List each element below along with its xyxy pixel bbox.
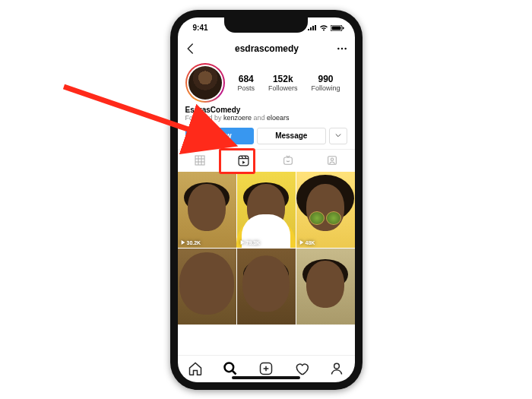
svg-point-4 bbox=[338, 47, 340, 49]
nav-home-icon[interactable] bbox=[188, 361, 203, 376]
nav-profile-icon[interactable] bbox=[329, 361, 344, 376]
reel-thumbnail[interactable] bbox=[178, 249, 236, 325]
stat-following[interactable]: 990 Following bbox=[311, 74, 340, 92]
phone-frame: 9:41 esdrascomedy 684 Posts 15 bbox=[170, 10, 363, 390]
display-name: EsdrasComedy bbox=[185, 106, 347, 114]
follow-button[interactable]: Follow bbox=[185, 128, 255, 144]
tab-igtv[interactable] bbox=[266, 150, 310, 172]
nav-newpost-icon[interactable] bbox=[258, 361, 274, 376]
avatar-story-ring[interactable] bbox=[185, 63, 225, 103]
reels-grid: 30.2K 79.3K 48K bbox=[178, 172, 355, 355]
wifi-icon bbox=[319, 25, 328, 31]
nav-activity-icon[interactable] bbox=[294, 361, 309, 376]
action-row: Follow Message bbox=[178, 123, 355, 149]
header-username: esdrascomedy bbox=[235, 43, 299, 54]
reel-thumbnail[interactable]: 79.3K bbox=[237, 172, 296, 248]
profile-stats-row: 684 Posts 152k Followers 990 Following bbox=[178, 60, 355, 104]
svg-rect-7 bbox=[239, 156, 249, 166]
battery-icon bbox=[331, 25, 344, 31]
reel-thumbnail[interactable] bbox=[296, 249, 355, 325]
chevron-down-icon bbox=[334, 131, 342, 139]
nav-search-icon[interactable] bbox=[223, 361, 238, 376]
followed-by-line[interactable]: Followed by kenzoere and eloears bbox=[185, 114, 347, 122]
svg-rect-3 bbox=[343, 27, 344, 29]
play-icon bbox=[240, 240, 245, 245]
profile-bio: EsdrasComedy Followed by kenzoere and el… bbox=[178, 104, 355, 123]
notch bbox=[224, 17, 308, 33]
message-button[interactable]: Message bbox=[257, 128, 326, 144]
svg-point-5 bbox=[341, 47, 343, 49]
suggested-dropdown-button[interactable] bbox=[329, 128, 347, 144]
grid-icon bbox=[194, 154, 206, 166]
tab-tagged[interactable] bbox=[310, 150, 354, 172]
reels-icon bbox=[237, 154, 250, 167]
stat-followers[interactable]: 152k Followers bbox=[268, 74, 298, 92]
svg-point-11 bbox=[225, 363, 234, 372]
status-time: 9:41 bbox=[193, 24, 208, 32]
reel-thumbnail[interactable]: 30.2K bbox=[178, 172, 236, 248]
svg-point-6 bbox=[345, 47, 347, 49]
svg-rect-2 bbox=[331, 26, 340, 30]
play-icon bbox=[299, 240, 304, 245]
screen: 9:41 esdrascomedy 684 Posts 15 bbox=[178, 17, 355, 382]
reel-thumbnail[interactable]: 48K bbox=[296, 172, 355, 248]
signal-icon bbox=[308, 25, 317, 31]
svg-rect-8 bbox=[284, 157, 293, 164]
avatar bbox=[188, 66, 222, 100]
profile-header: esdrascomedy bbox=[178, 37, 355, 60]
svg-point-13 bbox=[334, 363, 340, 369]
play-icon bbox=[181, 240, 185, 245]
igtv-icon bbox=[282, 154, 294, 166]
home-indicator bbox=[232, 376, 300, 379]
tab-reels[interactable] bbox=[222, 150, 266, 173]
back-icon[interactable] bbox=[184, 42, 198, 55]
stat-posts[interactable]: 684 Posts bbox=[237, 74, 255, 92]
tab-grid[interactable] bbox=[178, 150, 222, 172]
tagged-icon bbox=[326, 154, 338, 166]
reel-thumbnail[interactable] bbox=[237, 249, 296, 325]
svg-point-10 bbox=[331, 158, 334, 160]
more-options-icon[interactable] bbox=[336, 43, 348, 55]
profile-tabs bbox=[178, 149, 355, 172]
